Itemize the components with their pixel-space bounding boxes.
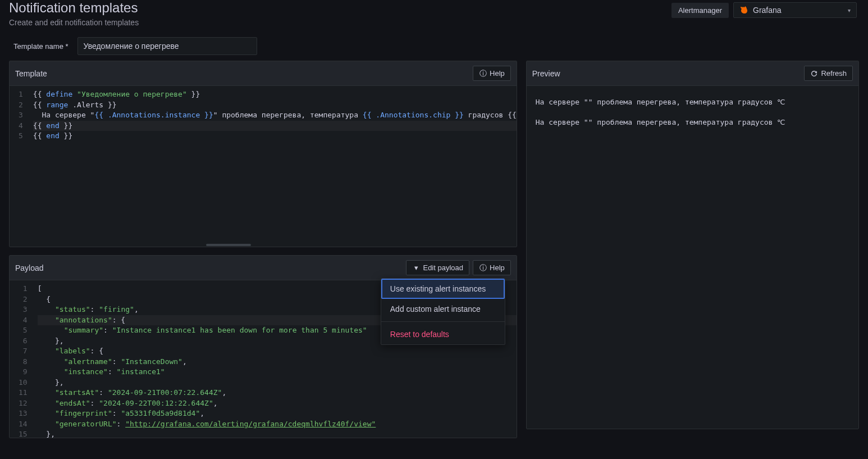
preview-output: На сервере "" проблема перегрева, темпер… [527, 86, 858, 149]
page-title: Notification templates [9, 0, 139, 16]
edit-payload-label: Edit payload [423, 263, 463, 272]
help-label: Help [490, 69, 505, 78]
refresh-icon [810, 70, 818, 78]
payload-dropdown[interactable]: Use existing alert instances Add custom … [381, 278, 505, 345]
line-gutter: 12345 [10, 86, 29, 243]
preview-line: На сервере "" проблема перегрева, темпер… [536, 117, 849, 128]
datasource-select-label: Grafana [753, 6, 843, 15]
alertmanager-label: Alertmanager [671, 3, 729, 18]
payload-panel-title: Payload [15, 263, 44, 272]
page-subtitle: Create and edit notification templates [9, 18, 139, 27]
chevron-down-icon: ▾ [848, 7, 851, 13]
preview-line: На сервере "" проблема перегрева, темпер… [536, 97, 849, 107]
template-code-area[interactable]: {{ define "Уведомление о перегреве" }} {… [29, 86, 517, 243]
dropdown-item-reset[interactable]: Reset to defaults [381, 324, 505, 344]
line-gutter: 123456789101112131415 [10, 280, 33, 438]
dropdown-item-add-custom[interactable]: Add custom alert instance [381, 299, 505, 319]
template-name-input[interactable] [77, 37, 257, 55]
horizontal-scrollbar[interactable] [10, 243, 517, 247]
refresh-label: Refresh [821, 69, 847, 78]
dropdown-item-use-existing[interactable]: Use existing alert instances [381, 279, 505, 299]
payload-help-button[interactable]: ⓘ Help [473, 260, 511, 275]
datasource-select[interactable]: Grafana ▾ [733, 2, 857, 18]
help-label: Help [490, 263, 505, 272]
preview-panel-title: Preview [532, 69, 560, 78]
info-icon: ⓘ [479, 70, 487, 78]
template-panel-title: Template [15, 69, 47, 78]
dropdown-separator [381, 321, 505, 322]
template-name-label: Template name * [13, 42, 68, 51]
edit-payload-button[interactable]: ▾ Edit payload [406, 260, 469, 275]
info-icon: ⓘ [479, 264, 487, 272]
template-help-button[interactable]: ⓘ Help [473, 66, 511, 81]
refresh-button[interactable]: Refresh [804, 66, 853, 81]
grafana-icon [739, 6, 748, 15]
chevron-down-icon: ▾ [412, 264, 420, 272]
